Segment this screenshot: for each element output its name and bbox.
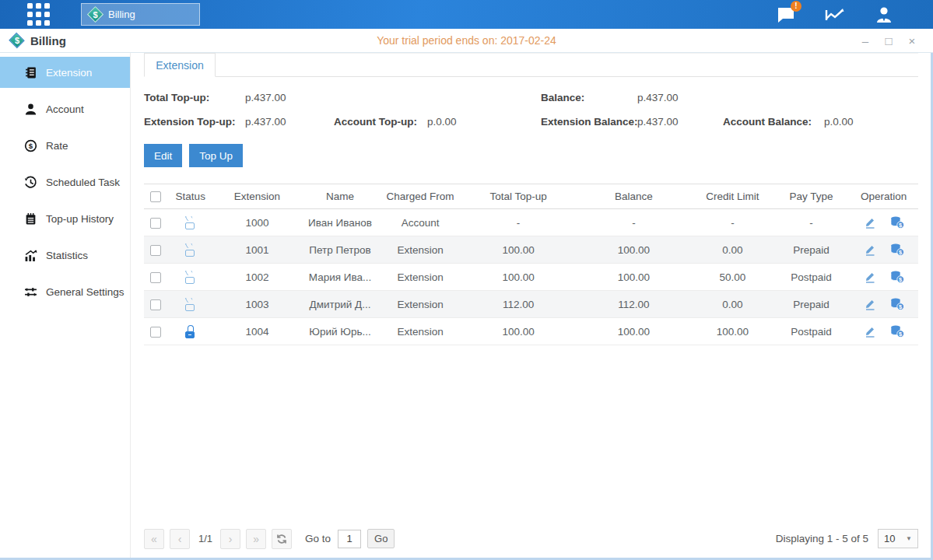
edit-pencil-icon[interactable] xyxy=(864,271,876,283)
balance-cell: 100.00 xyxy=(576,326,692,338)
name-cell: Иван Иванов xyxy=(300,217,380,229)
sidebar-item-account[interactable]: Account xyxy=(0,93,130,124)
line-chart-icon[interactable] xyxy=(825,5,845,24)
sidebar-item-label: Statistics xyxy=(46,250,88,261)
charged-from-cell: Extension xyxy=(380,244,461,256)
unlock-status-icon[interactable] xyxy=(184,216,196,229)
last-page-button[interactable]: » xyxy=(246,529,266,549)
minimize-button[interactable]: – xyxy=(860,35,871,47)
total-topup-cell: - xyxy=(461,217,575,229)
sidebar-item-rate[interactable]: $ Rate xyxy=(0,130,130,161)
notepad-icon xyxy=(24,212,37,226)
screen: $ Billing ! xyxy=(0,0,933,560)
sliders-icon xyxy=(24,285,37,299)
next-page-button[interactable]: › xyxy=(220,529,240,549)
topup-coins-icon[interactable]: $ xyxy=(890,298,904,310)
unlock-status-icon[interactable] xyxy=(184,243,196,257)
pagination-bar: « ‹ 1/1 › » Go to Go Displaying xyxy=(144,527,918,558)
extension-cell: 1001 xyxy=(214,244,301,256)
balance-label: Balance: xyxy=(541,92,584,103)
pay-type-cell: Prepaid xyxy=(773,299,850,310)
sidebar-item-extension[interactable]: Extension xyxy=(0,57,130,88)
column-header-status: Status xyxy=(167,191,214,202)
goto-page-input[interactable] xyxy=(338,530,361,548)
edit-pencil-icon[interactable] xyxy=(864,325,876,338)
trial-notice: Your trial period ends on: 2017-02-24 xyxy=(0,34,933,47)
top-up-button[interactable]: Top Up xyxy=(189,144,243,167)
edit-pencil-icon[interactable] xyxy=(864,243,876,256)
page-size-select[interactable]: 10 ▼ xyxy=(878,529,918,548)
edit-button[interactable]: Edit xyxy=(144,144,182,167)
name-cell: Юрий Юрь... xyxy=(300,326,380,338)
taskbar-tab-billing[interactable]: $ Billing xyxy=(81,3,200,26)
pay-type-cell: Prepaid xyxy=(773,244,850,256)
total-topup-label: Total Top-up: xyxy=(144,92,209,103)
sidebar-item-label: Scheduled Task xyxy=(46,177,120,188)
edit-pencil-icon[interactable] xyxy=(864,216,876,229)
select-all-checkbox[interactable] xyxy=(150,191,161,202)
billing-diamond-dollar-icon: $ xyxy=(87,6,103,23)
balance-cell: 100.00 xyxy=(576,271,692,283)
column-header-balance: Balance xyxy=(576,191,692,202)
balance-summary: Total Top-up: p.437.00 Balance: p.437.00… xyxy=(144,87,918,135)
pay-type-cell: - xyxy=(773,217,850,229)
row-checkbox[interactable] xyxy=(150,299,161,310)
charged-from-cell: Extension xyxy=(380,299,461,310)
balance-cell: 112.00 xyxy=(576,299,692,310)
content: Extension Total Top-up: p.437.00 Balance… xyxy=(131,53,933,558)
account-balance-value: p.0.00 xyxy=(824,116,854,128)
dollar-coin-icon: $ xyxy=(24,139,37,152)
table-row: 1001 Петр Петров Extension 100.00 100.00… xyxy=(144,236,918,264)
toolbar: Edit Top Up xyxy=(144,144,918,167)
unlock-status-icon[interactable] xyxy=(184,271,196,284)
sidebar-item-topup-history[interactable]: Top-up History xyxy=(0,203,130,234)
unlock-status-icon[interactable] xyxy=(184,298,196,311)
app-grid-icon[interactable] xyxy=(27,3,50,26)
sidebar-item-label: Account xyxy=(46,103,84,115)
sidebar-item-general-settings[interactable]: General Settings xyxy=(0,276,130,307)
balance-cell: 100.00 xyxy=(576,244,692,256)
window-controls: – □ × xyxy=(860,35,933,47)
first-page-button[interactable]: « xyxy=(144,529,164,549)
footer-right: Displaying 1 - 5 of 5 10 ▼ xyxy=(776,529,918,548)
table-row: 1004 Юрий Юрь... Extension 100.00 100.00… xyxy=(144,318,918,345)
bar-chart-arrow-icon xyxy=(24,249,37,262)
maximize-button[interactable]: □ xyxy=(883,35,894,47)
extension-topup-value: p.437.00 xyxy=(245,116,286,128)
topup-coins-icon[interactable]: $ xyxy=(890,271,904,283)
tab-extension[interactable]: Extension xyxy=(144,53,216,77)
extension-balance-value: p.437.00 xyxy=(637,116,679,128)
sidebar-item-scheduled-task[interactable]: Scheduled Task xyxy=(0,166,130,198)
summary-row-1: Total Top-up: p.437.00 Balance: p.437.00 xyxy=(144,87,918,111)
total-topup-cell: 112.00 xyxy=(461,299,575,310)
page-size-value: 10 xyxy=(884,533,895,544)
row-checkbox[interactable] xyxy=(150,245,161,256)
table-header-row: Status Extension Name Charged From Total… xyxy=(144,184,918,209)
row-checkbox[interactable] xyxy=(150,327,161,338)
ledger-icon xyxy=(24,66,37,79)
extension-topup-label: Extension Top-up: xyxy=(144,116,236,128)
close-button[interactable]: × xyxy=(907,35,917,47)
chevron-down-icon: ▼ xyxy=(906,535,912,542)
row-checkbox[interactable] xyxy=(150,218,161,229)
topup-coins-icon[interactable]: $ xyxy=(890,216,904,229)
edit-pencil-icon[interactable] xyxy=(864,298,876,310)
column-header-charged-from: Charged From xyxy=(380,191,461,202)
page-indicator: 1/1 xyxy=(198,533,212,544)
refresh-icon[interactable] xyxy=(272,529,292,549)
topup-coins-icon[interactable]: $ xyxy=(890,243,904,256)
summary-row-2: Extension Top-up: p.437.00 Account Top-u… xyxy=(144,111,918,135)
account-topup-value: p.0.00 xyxy=(427,116,457,128)
taskbar-tab-label: Billing xyxy=(108,9,135,20)
prev-page-button[interactable]: ‹ xyxy=(170,529,190,549)
sidebar-item-statistics[interactable]: Statistics xyxy=(0,240,130,271)
row-checkbox[interactable] xyxy=(150,272,161,283)
lock-status-icon[interactable] xyxy=(184,325,196,338)
account-topup-label: Account Top-up: xyxy=(334,116,417,128)
window-title-bar: $ Billing Your trial period ends on: 201… xyxy=(0,29,933,53)
go-button[interactable]: Go xyxy=(367,529,395,548)
topup-coins-icon[interactable]: $ xyxy=(890,325,904,338)
name-cell: Дмитрий Д... xyxy=(300,299,380,310)
chat-bubble-icon[interactable]: ! xyxy=(776,5,796,24)
user-icon[interactable] xyxy=(874,5,894,24)
